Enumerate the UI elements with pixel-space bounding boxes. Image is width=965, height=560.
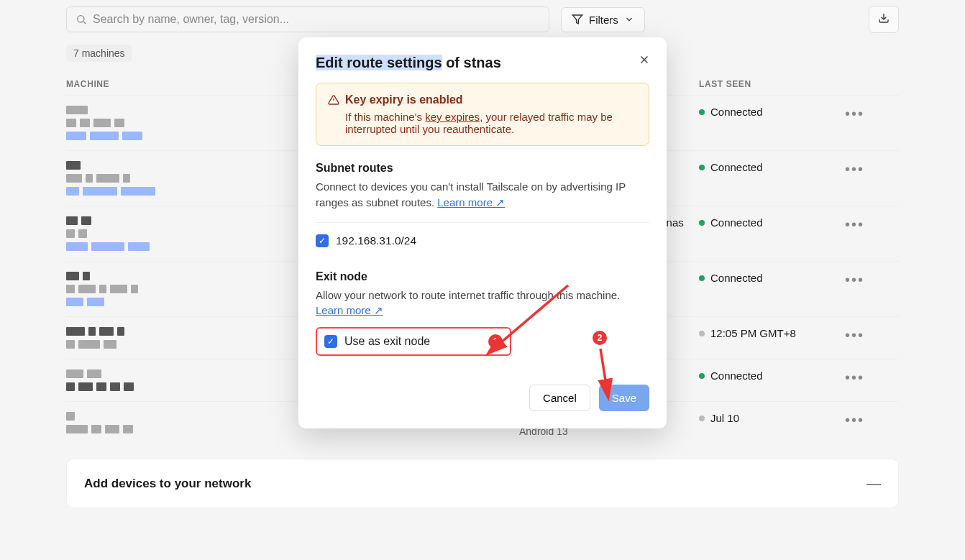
warning-icon (328, 94, 339, 106)
subnet-route-row[interactable]: ✓ 192.168.31.0/24 (316, 234, 649, 247)
status-dot (699, 220, 705, 226)
add-devices-label: Add devices to your network (84, 477, 251, 491)
exit-node-desc: Allow your network to route internet tra… (316, 289, 620, 301)
last-seen-text: Connected (710, 216, 763, 229)
last-seen-text: 12:05 PM GMT+8 (710, 327, 796, 339)
search-input[interactable]: Search by name, owner, tag, version... (66, 6, 549, 32)
use-as-exit-node-row[interactable]: ✓ Use as exit node 1 (316, 327, 511, 356)
svg-line-1 (83, 22, 86, 24)
last-seen-text: Connected (710, 106, 763, 118)
download-button[interactable] (869, 6, 899, 33)
exit-learn-more-link[interactable]: Learn more ↗ (316, 304, 383, 316)
exit-node-title: Exit node (316, 270, 649, 283)
chevron-down-icon (624, 14, 634, 24)
row-menu-button[interactable]: ••• (821, 327, 864, 344)
search-placeholder: Search by name, owner, tag, version... (93, 13, 289, 26)
status-dot (699, 165, 705, 170)
subnet-learn-more-link[interactable]: Learn more ↗ (437, 196, 505, 208)
key-expiry-alert: Key expiry is enabled If this machine's … (316, 83, 649, 146)
exit-node-checkbox-label: Use as exit node (344, 335, 430, 348)
row-menu-button[interactable]: ••• (821, 216, 864, 233)
row-menu-button[interactable]: ••• (821, 412, 864, 428)
filters-label: Filters (589, 14, 618, 26)
add-devices-banner[interactable]: Add devices to your network — (66, 459, 899, 508)
checkbox-checked-icon[interactable]: ✓ (324, 335, 337, 348)
last-seen-text: Jul 10 (710, 412, 739, 424)
last-seen-text: Connected (710, 272, 763, 284)
modal-title-highlight: Edit route settings (316, 55, 442, 70)
cancel-button[interactable]: Cancel (529, 385, 590, 411)
status-dot (699, 275, 705, 281)
alert-title: Key expiry is enabled (345, 93, 463, 106)
modal-title: Edit route settings of stnas (316, 55, 649, 71)
row-menu-button[interactable]: ••• (821, 369, 864, 386)
close-button[interactable] (638, 53, 651, 70)
alert-body-prefix: If this machine's (345, 111, 425, 123)
divider (316, 222, 649, 223)
svg-marker-2 (572, 15, 582, 24)
annotation-step-1: 1 (488, 334, 503, 349)
filter-icon (572, 14, 583, 25)
status-dot (699, 416, 705, 421)
row-menu-button[interactable]: ••• (821, 272, 864, 288)
edit-route-settings-modal: Edit route settings of stnas Key expiry … (298, 37, 667, 428)
subnet-routes-title: Subnet routes (316, 162, 649, 175)
row-menu-button[interactable]: ••• (821, 106, 864, 122)
status-dot (699, 109, 705, 115)
filters-button[interactable]: Filters (561, 7, 645, 32)
save-button[interactable]: Save (599, 385, 649, 411)
checkbox-checked-icon[interactable]: ✓ (316, 234, 329, 247)
search-icon (76, 14, 87, 25)
last-seen-text: Connected (710, 369, 763, 382)
status-dot (699, 331, 705, 336)
status-dot (699, 373, 705, 379)
row-menu-button[interactable]: ••• (821, 161, 864, 178)
key-expires-link[interactable]: key expires (425, 111, 480, 123)
download-icon (878, 12, 889, 24)
last-seen-text: Connected (710, 161, 763, 173)
subnet-route-value: 192.168.31.0/24 (336, 234, 416, 247)
col-last-seen: LAST SEEN (699, 79, 821, 89)
modal-title-suffix: of stnas (442, 55, 501, 70)
machine-count-pill: 7 machines (66, 45, 132, 62)
collapse-icon[interactable]: — (866, 475, 881, 492)
svg-point-0 (78, 16, 84, 22)
